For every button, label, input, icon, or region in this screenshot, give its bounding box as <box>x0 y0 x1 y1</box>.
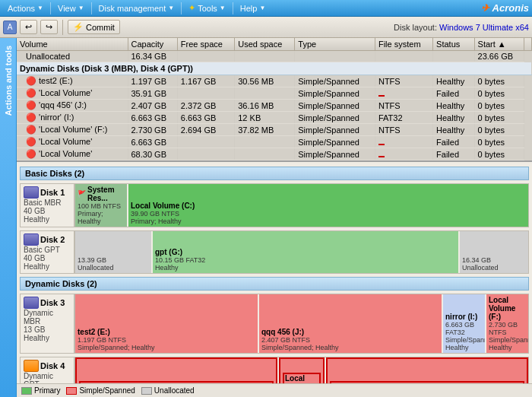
vol-type: Simple/Spanned <box>295 100 375 112</box>
vol-capacity: 6.663 GB <box>128 112 177 124</box>
vol-used: 37.82 MB <box>235 124 295 136</box>
vol-test2[interactable]: test2 (E:) 1.197 GB NTFS Simple/Spanned;… <box>75 294 258 353</box>
disk-icon-small: 🔴 <box>26 113 36 122</box>
undo-icon: ↩ <box>25 22 32 32</box>
menu-sep-3 <box>181 2 182 14</box>
col-volume: Volume <box>17 38 128 51</box>
col-type: Type <box>295 38 375 51</box>
redo-icon: ↪ <box>46 22 52 32</box>
col-capacity: Capacity <box>128 38 177 51</box>
vol-local-c[interactable]: Local Volume (C:) 39.90 GB NTFS Primary;… <box>128 184 528 227</box>
vol-disk2-unalloc2[interactable]: 16.34 GB Unallocated <box>460 231 528 273</box>
volume-table-section[interactable]: Volume Capacity Free space Used space Ty… <box>17 38 532 162</box>
vol-qqq[interactable]: qqq 456 (J:) 2.407 GB NTFS Simple/Spanne… <box>259 294 442 353</box>
vol-local-vol1[interactable]: Local Volume 35.91 GB Simple/Spanned; Fa… <box>75 357 277 383</box>
table-row[interactable]: 🔴 'Local Volume' 68.30 GB Simple/Spanned… <box>17 148 532 160</box>
vol-start: 0 bytes <box>474 148 524 160</box>
vol-gpt-g[interactable]: gpt (G:) 10.15 GB FAT32 Healthy <box>153 231 458 273</box>
disk2-icon-name: Disk 2 <box>24 233 71 246</box>
menu-view[interactable]: View ▼ <box>53 2 89 14</box>
disk-icon-small: 🔴 <box>26 76 36 85</box>
menu-sep-1 <box>50 2 51 14</box>
vol-nirror[interactable]: nirror (I:) 6.663 GB FAT32 Simple/Spanne… <box>443 294 485 353</box>
vol-name: Unallocated <box>17 51 128 62</box>
flag-icon: 🚩 <box>78 190 86 198</box>
vol-start: 23.66 GB <box>474 51 524 62</box>
toolbar-logo-icon: A <box>8 23 13 31</box>
vol-capacity: 2.407 GB <box>128 100 177 112</box>
menu-help[interactable]: Help ▼ <box>236 2 271 14</box>
vol-fs <box>375 136 432 148</box>
legend: Primary Simple/Spanned Unallocated <box>17 383 532 397</box>
toolbar-icon: A <box>3 21 17 34</box>
sidebar-label: Actions and tools <box>4 46 13 116</box>
view-arrow: ▼ <box>78 5 84 11</box>
menu-tools[interactable]: ✦ Tools ▼ <box>184 2 230 14</box>
vol-local-vol2[interactable]: Local Volume 6.663 GB Simple/Spanned... <box>279 357 325 383</box>
vol-used: 36.16 MB <box>235 100 295 112</box>
col-extra <box>524 38 532 51</box>
vol-local-f[interactable]: Local Volume (F:) 2.730 GB NTFS Simple/S… <box>486 294 528 353</box>
vol-used <box>235 87 295 100</box>
legend-unalloc-box <box>141 387 152 395</box>
vol-start: 0 bytes <box>474 87 524 100</box>
commit-icon: ⚡ <box>73 22 84 32</box>
vol-used: 12 KB <box>235 112 295 124</box>
table-row[interactable]: 🔴 'Local Volume' 6.663 GB Simple/Spanned… <box>17 136 532 148</box>
vol-disk2-unalloc1[interactable]: 13.39 GB Unallocated <box>75 231 151 273</box>
disk-visual-area: Basic Disks (2) Disk 1 Basic MBR 40 GB H… <box>17 162 532 383</box>
disk2-row: Disk 2 Basic GPT 40 GB Healthy 13.39 GB … <box>20 230 529 274</box>
vol-local-vol3[interactable]: Local Volume 68.30 GB Simple/Spanned; Fa… <box>326 357 528 383</box>
vol-status: Failed <box>433 87 475 100</box>
col-status: Status <box>433 38 475 51</box>
disk-management-arrow: ▼ <box>168 5 174 11</box>
vol-fs: NTFS <box>375 124 432 136</box>
vol-capacity: 16.34 GB <box>128 51 177 62</box>
vol-system-res[interactable]: 🚩 System Res... 100 MB NTFS Primary; Hea… <box>75 184 127 227</box>
table-row[interactable]: 🔴 'qqq 456' (J:) 2.407 GB 2.372 GB 36.16… <box>17 100 532 112</box>
vol-type: Simple/Spanned <box>295 112 375 124</box>
disk-icon-small: 🔴 <box>26 100 36 110</box>
table-row[interactable]: Unallocated 16.34 GB 23.66 GB <box>17 51 532 62</box>
volume-table: Volume Capacity Free space Used space Ty… <box>17 38 532 160</box>
vol-used <box>235 136 295 148</box>
vol-capacity: 6.663 GB <box>128 136 177 148</box>
vol-capacity: 68.30 GB <box>128 148 177 160</box>
disk4-volumes: Local Volume 35.91 GB Simple/Spanned; Fa… <box>74 357 529 383</box>
redo-button[interactable]: ↪ <box>40 20 58 34</box>
vol-used <box>235 51 295 62</box>
vol-status: Healthy <box>433 75 475 87</box>
vol-free: 6.663 GB <box>177 112 234 124</box>
vol-status: Healthy <box>433 100 475 112</box>
disk4-icon <box>24 360 39 372</box>
menu-disk-management[interactable]: Disk management ▼ <box>94 2 179 14</box>
vol-status <box>433 51 475 62</box>
vol-fs <box>375 87 432 100</box>
disk-icon-small: 🔴 <box>26 137 36 146</box>
vol-type: Simple/Spanned <box>295 148 375 160</box>
table-row[interactable]: 🔴 'Local Volume' 35.91 GB Simple/Spanned… <box>17 87 532 100</box>
vol-free: 2.372 GB <box>177 100 234 112</box>
acronis-logo: ✈ Acronis <box>481 2 529 14</box>
vol-free: 2.694 GB <box>177 124 234 136</box>
table-row[interactable]: 🔴 test2 (E:) 1.197 GB 1.167 GB 30.56 MB … <box>17 75 532 87</box>
group-header-label: Dynamic Disks (Disk 3 (MBR), Disk 4 (GPT… <box>17 62 532 75</box>
legend-primary-box <box>21 387 32 395</box>
vol-type: Simple/Spanned <box>295 136 375 148</box>
commit-button[interactable]: ⚡ Commit <box>68 20 120 34</box>
vol-status: Healthy <box>433 112 475 124</box>
vol-start: 0 bytes <box>474 112 524 124</box>
disk2-icon <box>24 233 39 246</box>
table-group-header: Dynamic Disks (Disk 3 (MBR), Disk 4 (GPT… <box>17 62 532 75</box>
legend-primary: Primary <box>21 386 60 395</box>
legend-unallocated: Unallocated <box>141 386 195 395</box>
undo-button[interactable]: ↩ <box>20 20 37 34</box>
table-row[interactable]: 🔴 'Local Volume' (F:) 2.730 GB 2.694 GB … <box>17 124 532 136</box>
disk1-icon <box>24 186 39 198</box>
legend-simple-spanned: Simple/Spanned <box>66 386 135 395</box>
disk2-volumes: 13.39 GB Unallocated gpt (G:) 10.15 GB F… <box>74 230 529 274</box>
table-row[interactable]: 🔴 'nirror' (I:) 6.663 GB 6.663 GB 12 KB … <box>17 112 532 124</box>
col-free-space: Free space <box>177 38 234 51</box>
disk-layout-value: Windows 7 Ultimate x64 <box>439 23 529 32</box>
menu-actions[interactable]: Actions ▼ <box>3 2 48 14</box>
